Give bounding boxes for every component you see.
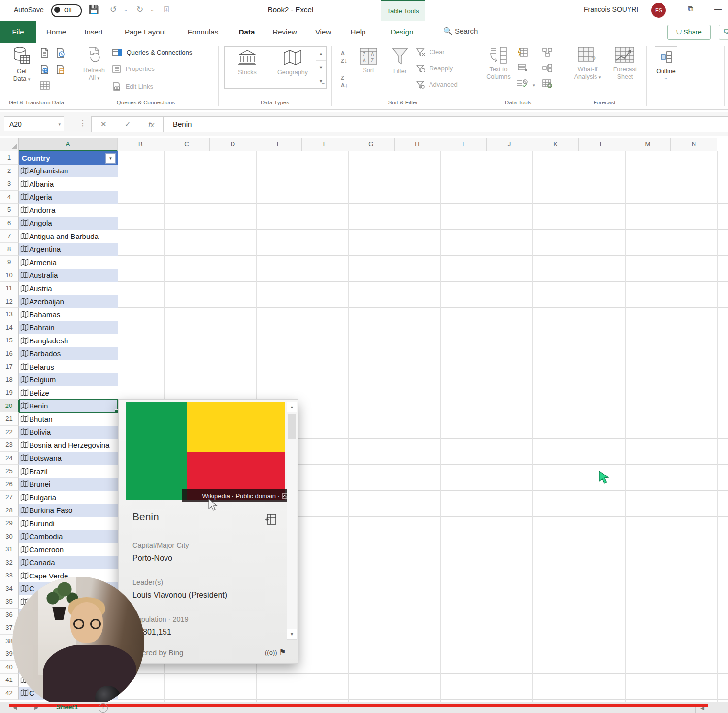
gallery-scroll-up[interactable]: ▲ (316, 47, 326, 61)
table-row[interactable]: Barbados (19, 347, 118, 361)
column-header-F[interactable]: F (302, 138, 348, 151)
comments-button[interactable]: 🗨 (719, 25, 728, 40)
row-header-15[interactable]: 15 (0, 334, 19, 347)
table-row[interactable]: Burundi (19, 517, 118, 530)
gallery-scroll-down[interactable]: ▼ (316, 61, 326, 74)
flag-report-icon[interactable]: ⚑ (279, 648, 286, 656)
queries-connections-item[interactable]: Queries & Connections (112, 48, 192, 57)
tab-home[interactable]: Home (42, 21, 70, 43)
row-header-10[interactable]: 10 (0, 269, 19, 282)
properties-item[interactable]: Properties (112, 65, 155, 73)
row-header-18[interactable]: 18 (0, 373, 19, 387)
tab-view[interactable]: View (310, 21, 336, 43)
column-header-C[interactable]: C (164, 138, 210, 151)
row-header-34[interactable]: 34 (0, 582, 19, 596)
column-header-I[interactable]: I (440, 138, 487, 151)
row-header-6[interactable]: 6 (0, 217, 19, 230)
column-header-M[interactable]: M (625, 138, 671, 151)
row-header-33[interactable]: 33 (0, 569, 19, 582)
share-button[interactable]: ⛉ Share (667, 25, 711, 40)
table-row[interactable]: Angola (19, 217, 118, 230)
table-row[interactable]: Afghanistan (19, 165, 118, 178)
table-row[interactable]: Canada (19, 556, 118, 570)
card-scrollbar[interactable]: ▲ ▼ (287, 402, 297, 640)
table-header-cell[interactable]: Country ▼ (19, 151, 118, 165)
tab-data[interactable]: Data (233, 21, 260, 45)
sheet-tab-active[interactable]: Sheet1 (49, 702, 85, 713)
row-header-24[interactable]: 24 (0, 452, 19, 465)
row-header-2[interactable]: 2 (0, 165, 19, 178)
table-row[interactable]: Belarus (19, 360, 118, 373)
row-header-30[interactable]: 30 (0, 530, 19, 543)
card-scroll-up-icon[interactable]: ▲ (287, 402, 297, 412)
tab-page-layout[interactable]: Page Layout (118, 21, 172, 43)
refresh-all-button[interactable]: RefreshAll ▾ (80, 46, 108, 82)
get-data-button[interactable]: GetData ▾ (8, 46, 35, 83)
tab-insert[interactable]: Insert (78, 21, 109, 43)
table-row[interactable]: Bosnia and Herzegovina (19, 439, 118, 452)
table-row[interactable]: Brunei (19, 478, 118, 491)
from-table-range-icon[interactable] (39, 81, 53, 91)
row-header-31[interactable]: 31 (0, 543, 19, 556)
table-row[interactable]: Burkina Faso (19, 504, 118, 517)
column-header-K[interactable]: K (532, 138, 579, 151)
forecast-sheet-button[interactable]: ForecastSheet (610, 46, 640, 81)
row-header-3[interactable]: 3 (0, 177, 19, 191)
table-row[interactable]: Brazil (19, 465, 118, 478)
cancel-icon[interactable]: ✕ (100, 120, 107, 129)
row-header-8[interactable]: 8 (0, 243, 19, 256)
filter-button[interactable]: Filter (387, 47, 413, 75)
row-header-23[interactable]: 23 (0, 439, 19, 452)
column-header-J[interactable]: J (487, 138, 533, 151)
column-header-D[interactable]: D (210, 138, 256, 151)
table-row[interactable]: Bulgaria (19, 491, 118, 504)
column-header-N[interactable]: N (671, 138, 717, 151)
tab-design[interactable]: Design (386, 21, 418, 43)
image-attribution[interactable]: Wikipedia · Public domain · (182, 489, 293, 502)
table-row[interactable]: Albania (19, 177, 118, 191)
data-validation-icon[interactable]: ▾ (516, 79, 535, 89)
row-header-16[interactable]: 16 (0, 347, 19, 361)
consolidate-icon[interactable] (542, 47, 555, 57)
name-box-dropdown-icon[interactable]: ▾ (58, 117, 61, 132)
column-header-L[interactable]: L (579, 138, 625, 151)
from-web-icon[interactable] (39, 64, 52, 75)
table-row[interactable]: Azerbaijan (19, 295, 118, 308)
row-header-13[interactable]: 13 (0, 308, 19, 321)
table-row[interactable]: Andorra (19, 204, 118, 217)
sort-az-button[interactable]: AZ↓ (341, 49, 347, 64)
table-row[interactable]: Bahamas (19, 308, 118, 321)
gallery-more-button[interactable]: ▼̲ (316, 74, 326, 88)
table-row[interactable]: Australia (19, 269, 118, 282)
row-header-19[interactable]: 19 (0, 386, 19, 400)
name-box[interactable]: A20 ▾ (4, 116, 64, 131)
row-header-32[interactable]: 32 (0, 556, 19, 570)
from-text-csv-icon[interactable] (39, 47, 52, 58)
row-header-26[interactable]: 26 (0, 478, 19, 491)
row-header-41[interactable]: 41 (0, 674, 19, 687)
stocks-data-type[interactable]: Stocks (226, 49, 269, 86)
manage-data-model-icon[interactable] (542, 79, 555, 89)
clear-filter-item[interactable]: Clear (416, 48, 445, 56)
avatar[interactable]: FS (651, 3, 666, 18)
row-header-27[interactable]: 27 (0, 491, 19, 504)
column-header-B[interactable]: B (118, 138, 164, 151)
flash-fill-icon[interactable] (517, 47, 530, 57)
card-scroll-thumb[interactable] (288, 414, 296, 439)
formula-bar-handle[interactable]: ⋮ (79, 118, 87, 128)
row-header-11[interactable]: 11 (0, 282, 19, 295)
table-row[interactable]: Argentina (19, 243, 118, 256)
row-header-25[interactable]: 25 (0, 465, 19, 478)
reapply-filter-item[interactable]: Reapply (416, 65, 453, 72)
tab-file[interactable]: File (0, 21, 36, 43)
tab-help[interactable]: Help (346, 21, 370, 43)
feedback-icon[interactable]: ((o)) (265, 649, 277, 656)
table-row[interactable]: Algeria (19, 191, 118, 204)
row-header-42[interactable]: 42 (0, 687, 19, 700)
new-sheet-button[interactable]: + (99, 703, 108, 713)
card-scroll-down-icon[interactable]: ▼ (287, 629, 297, 639)
existing-connections-icon[interactable] (55, 64, 67, 75)
table-row[interactable]: Cambodia (19, 530, 118, 543)
outline-button[interactable]: Outline ⌄ (653, 46, 679, 80)
table-row[interactable]: Bahrain (19, 321, 118, 335)
